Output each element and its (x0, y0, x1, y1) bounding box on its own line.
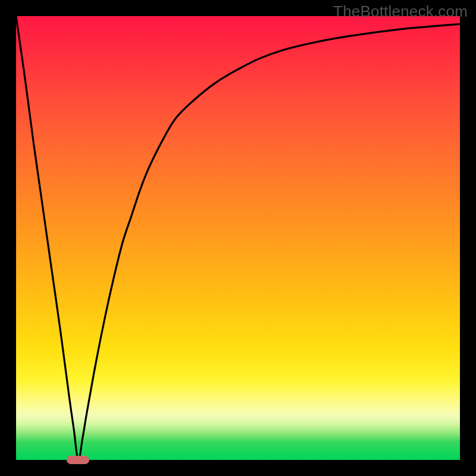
watermark-text: TheBottleneck.com (333, 2, 468, 21)
chart-frame: TheBottleneck.com (0, 0, 476, 476)
curve-layer (16, 16, 460, 460)
bottleneck-curve (16, 16, 460, 460)
target-marker (67, 456, 89, 464)
plot-area (16, 16, 460, 460)
